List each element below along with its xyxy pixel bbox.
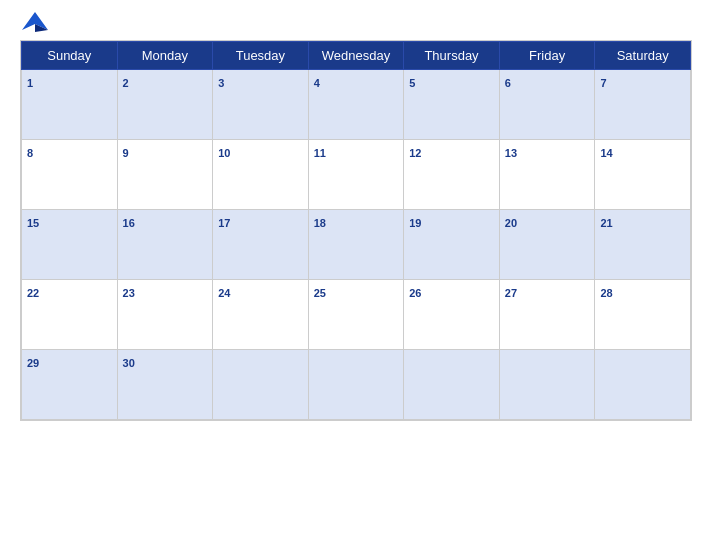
calendar-row: 22232425262728 [22, 280, 691, 350]
table-row: 28 [595, 280, 691, 350]
table-row: 12 [404, 140, 500, 210]
calendar-header [20, 10, 692, 36]
date-number: 5 [409, 77, 415, 89]
date-number: 11 [314, 147, 326, 159]
logo-bird-icon [20, 10, 50, 36]
table-row: 5 [404, 70, 500, 140]
table-row: 4 [308, 70, 404, 140]
table-row: 1 [22, 70, 118, 140]
date-number: 3 [218, 77, 224, 89]
table-row: 3 [213, 70, 309, 140]
table-row: 19 [404, 210, 500, 280]
date-number: 24 [218, 287, 230, 299]
date-number: 17 [218, 217, 230, 229]
table-row: 9 [117, 140, 213, 210]
date-number: 27 [505, 287, 517, 299]
header-thursday: Thursday [404, 42, 500, 70]
date-number: 16 [123, 217, 135, 229]
table-row [308, 350, 404, 420]
table-row: 18 [308, 210, 404, 280]
table-row: 27 [499, 280, 595, 350]
date-number: 2 [123, 77, 129, 89]
date-number: 26 [409, 287, 421, 299]
table-row: 30 [117, 350, 213, 420]
table-row: 13 [499, 140, 595, 210]
table-row: 10 [213, 140, 309, 210]
table-row [213, 350, 309, 420]
table-row: 17 [213, 210, 309, 280]
table-row [595, 350, 691, 420]
table-row: 11 [308, 140, 404, 210]
calendar-row: 15161718192021 [22, 210, 691, 280]
table-row: 2 [117, 70, 213, 140]
table-row [499, 350, 595, 420]
date-number: 19 [409, 217, 421, 229]
table-row: 21 [595, 210, 691, 280]
header-friday: Friday [499, 42, 595, 70]
header-sunday: Sunday [22, 42, 118, 70]
table-row: 7 [595, 70, 691, 140]
table-row: 24 [213, 280, 309, 350]
date-number: 7 [600, 77, 606, 89]
date-number: 10 [218, 147, 230, 159]
table-row: 25 [308, 280, 404, 350]
date-number: 6 [505, 77, 511, 89]
calendar-grid: Sunday Monday Tuesday Wednesday Thursday… [20, 40, 692, 421]
date-number: 22 [27, 287, 39, 299]
table-row: 14 [595, 140, 691, 210]
table-row: 23 [117, 280, 213, 350]
table-row: 8 [22, 140, 118, 210]
header-saturday: Saturday [595, 42, 691, 70]
calendar-row: 891011121314 [22, 140, 691, 210]
table-row: 6 [499, 70, 595, 140]
date-number: 4 [314, 77, 320, 89]
table-row [404, 350, 500, 420]
date-number: 29 [27, 357, 39, 369]
date-number: 1 [27, 77, 33, 89]
logo-area [20, 10, 54, 36]
table-row: 16 [117, 210, 213, 280]
date-number: 20 [505, 217, 517, 229]
date-number: 13 [505, 147, 517, 159]
date-number: 12 [409, 147, 421, 159]
table-row: 29 [22, 350, 118, 420]
header-tuesday: Tuesday [213, 42, 309, 70]
date-number: 21 [600, 217, 612, 229]
header-monday: Monday [117, 42, 213, 70]
table-row: 15 [22, 210, 118, 280]
date-number: 9 [123, 147, 129, 159]
date-number: 28 [600, 287, 612, 299]
date-number: 25 [314, 287, 326, 299]
table-row: 26 [404, 280, 500, 350]
date-number: 14 [600, 147, 612, 159]
date-number: 30 [123, 357, 135, 369]
date-number: 23 [123, 287, 135, 299]
date-number: 18 [314, 217, 326, 229]
table-row: 20 [499, 210, 595, 280]
header-wednesday: Wednesday [308, 42, 404, 70]
date-number: 8 [27, 147, 33, 159]
calendar-weekday-header: Sunday Monday Tuesday Wednesday Thursday… [22, 42, 691, 70]
date-number: 15 [27, 217, 39, 229]
table-row: 22 [22, 280, 118, 350]
calendar-row: 1234567 [22, 70, 691, 140]
calendar-row: 2930 [22, 350, 691, 420]
